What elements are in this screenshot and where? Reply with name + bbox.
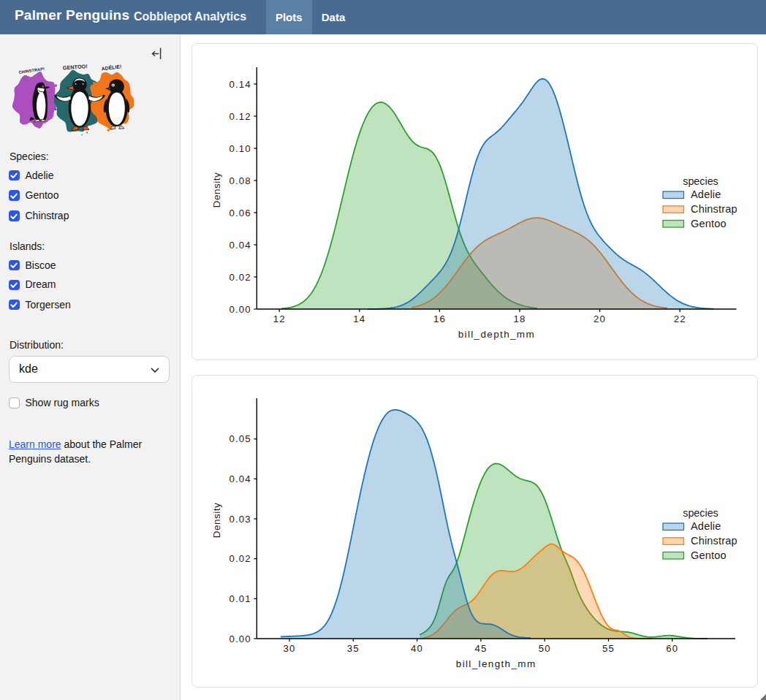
svg-text:45: 45	[474, 643, 487, 654]
svg-text:Gentoo: Gentoo	[691, 218, 727, 229]
svg-text:60: 60	[666, 643, 678, 654]
svg-text:22: 22	[674, 313, 686, 324]
svg-text:0.00: 0.00	[230, 634, 251, 644]
svg-text:0.01: 0.01	[230, 593, 251, 604]
svg-text:0.03: 0.03	[230, 514, 251, 525]
svg-text:Adelie: Adelie	[691, 520, 721, 532]
svg-text:Chinstrap: Chinstrap	[691, 535, 737, 547]
svg-text:0.00: 0.00	[230, 304, 251, 315]
svg-text:0.02: 0.02	[230, 553, 251, 564]
svg-text:Density: Density	[211, 503, 222, 539]
svg-text:18: 18	[514, 313, 526, 324]
svg-text:0.06: 0.06	[230, 208, 251, 218]
svg-text:16: 16	[433, 313, 446, 324]
svg-text:ADÉLIE!: ADÉLIE!	[101, 63, 122, 71]
svg-text:0.10: 0.10	[230, 143, 251, 154]
svg-text:GENTOO!: GENTOO!	[63, 63, 88, 71]
svg-text:40: 40	[411, 643, 423, 654]
svg-text:50: 50	[539, 643, 551, 654]
svg-text:0.02: 0.02	[230, 272, 251, 283]
svg-text:bill_length_mm: bill_length_mm	[456, 658, 536, 669]
svg-text:12: 12	[273, 313, 286, 324]
svg-text:bill_depth_mm: bill_depth_mm	[458, 329, 535, 340]
svg-text:species: species	[683, 175, 718, 187]
svg-text:0.05: 0.05	[230, 433, 251, 444]
svg-text:species: species	[683, 507, 718, 519]
svg-text:35: 35	[347, 643, 360, 654]
svg-text:Density: Density	[211, 172, 222, 208]
svg-text:Gentoo: Gentoo	[691, 549, 727, 561]
svg-text:0.04: 0.04	[230, 473, 251, 484]
svg-text:14: 14	[353, 313, 365, 324]
svg-text:55: 55	[602, 643, 615, 654]
svg-text:Adelie: Adelie	[691, 189, 721, 200]
svg-text:Chinstrap: Chinstrap	[691, 203, 737, 215]
svg-text:0.12: 0.12	[230, 111, 251, 122]
svg-text:0.14: 0.14	[230, 79, 251, 90]
svg-text:0.04: 0.04	[230, 240, 251, 251]
svg-text:30: 30	[284, 643, 296, 654]
svg-text:0.08: 0.08	[230, 175, 251, 186]
svg-text:20: 20	[594, 313, 606, 324]
